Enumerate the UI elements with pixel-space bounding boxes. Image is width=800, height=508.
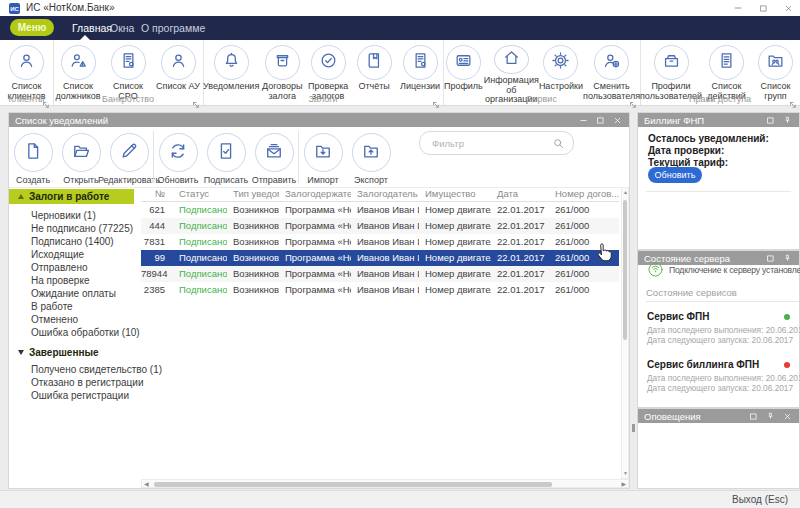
exit-hint-label: Выход (Esc) xyxy=(732,494,788,505)
close-icon[interactable] xyxy=(612,115,623,126)
window-title: ИС «НотКом.Банк» xyxy=(26,2,115,13)
sign-button[interactable]: Подписать xyxy=(202,127,250,185)
folder-people-icon xyxy=(766,51,785,74)
pencil-icon xyxy=(119,141,139,165)
id-card-icon xyxy=(454,51,473,74)
service-billing-name: Сервис биллинга ФПН xyxy=(647,359,759,370)
vertical-scrollbar[interactable]: ▲ ▼ xyxy=(621,187,629,479)
service-last-run: Дата последнего выполнения: 20.06.2017 xyxy=(647,373,800,383)
dialog-launcher-icon[interactable] xyxy=(42,95,50,103)
bell-icon xyxy=(222,51,241,74)
table-row[interactable]: 444 Подписано Возникнов... Программа «Но… xyxy=(141,218,619,234)
scroll-down-icon[interactable]: ▼ xyxy=(623,471,628,476)
filter-input[interactable] xyxy=(430,133,552,153)
send-button[interactable]: Отправить xyxy=(250,127,298,185)
tree-item[interactable]: Отменено xyxy=(31,313,78,326)
scroll-right-icon[interactable]: ▶ xyxy=(621,481,626,487)
import-button[interactable]: Импорт xyxy=(299,127,347,185)
tree-item[interactable]: На проверке xyxy=(31,274,89,287)
tab-okna[interactable]: Окна xyxy=(110,16,134,40)
menu-button[interactable]: Меню xyxy=(10,19,54,36)
table-row[interactable]: 2385 Подписано Возникнов... Программа «Н… xyxy=(141,282,619,298)
table-row[interactable]: 78944 Подписано Возникнов... Программа «… xyxy=(141,266,619,282)
folder-tree: Залоги в работе Черновики (1) Не подписа… xyxy=(9,187,136,488)
dialog-launcher-icon[interactable] xyxy=(192,95,200,103)
divider xyxy=(646,191,791,192)
minimize-icon[interactable] xyxy=(732,3,744,13)
ribbon-group-service: Профиль Информация об организации Настро… xyxy=(443,40,641,105)
scroll-up-icon[interactable]: ▲ xyxy=(623,190,628,195)
notifications-table: № Статус Тип уведом... Залогодержатель З… xyxy=(141,187,619,298)
float-icon[interactable] xyxy=(748,411,759,422)
menu-bar: Меню Главная Окна О программе xyxy=(0,16,800,40)
chevron-down-icon xyxy=(18,350,24,355)
table-row[interactable]: 7831 Подписано Возникнов... Программа «Н… xyxy=(141,234,619,250)
refresh-billing-button[interactable]: Обновить xyxy=(648,167,702,183)
tree-item[interactable]: Отправлено xyxy=(31,261,87,274)
open-folder-icon xyxy=(71,141,91,165)
refresh-button[interactable]: Обновить xyxy=(154,127,202,185)
tree-item[interactable]: Ошибка обработки (10) xyxy=(31,326,140,339)
tree-item[interactable]: Ожидание оплаты xyxy=(31,287,116,300)
billing-remaining-label: Осталось уведомлений: xyxy=(648,133,769,144)
tab-glavnaya[interactable]: Главная xyxy=(72,16,112,40)
document-seal-icon xyxy=(119,51,138,74)
tree-section-completed[interactable]: Завершенные xyxy=(9,345,134,360)
refresh-icon xyxy=(168,141,188,165)
tree-item[interactable]: Ошибка регистрации xyxy=(31,389,129,402)
alerts-panel: Оповещения xyxy=(637,408,800,489)
export-button[interactable]: Экспорт xyxy=(347,127,395,185)
splitter-handle[interactable] xyxy=(632,424,635,432)
close-icon[interactable] xyxy=(782,411,793,422)
float-icon[interactable] xyxy=(765,115,776,126)
tree-section-pledges-in-work[interactable]: Залоги в работе xyxy=(9,189,134,204)
scroll-left-icon[interactable]: ◀ xyxy=(144,481,149,487)
scrollbar-thumb[interactable] xyxy=(154,482,552,487)
person-icon xyxy=(169,51,188,74)
dialog-launcher-icon[interactable] xyxy=(432,95,440,103)
service-next-run: Дата следующего запуска: 20.06.2017 xyxy=(647,383,793,393)
book-icon xyxy=(365,51,384,74)
pin-icon[interactable] xyxy=(782,115,793,126)
pin-icon[interactable] xyxy=(765,411,776,422)
service-fnp-name: Сервис ФПН xyxy=(647,311,709,322)
server-status-panel: Состояние сервера Подключение к серверу … xyxy=(637,250,800,408)
tree-item[interactable]: Черновики (1) xyxy=(31,209,96,222)
maximize-icon[interactable] xyxy=(757,3,769,13)
create-button[interactable]: Создать xyxy=(9,127,57,185)
tree-item[interactable]: Получено свидетельство (1) xyxy=(31,363,162,376)
close-icon[interactable] xyxy=(782,3,794,13)
ribbon-group-label: Сервис xyxy=(443,94,640,104)
dialog-launcher-icon[interactable] xyxy=(789,95,797,103)
scrollbar-thumb[interactable] xyxy=(623,200,627,340)
minimize-icon[interactable] xyxy=(578,115,589,126)
pin-icon[interactable] xyxy=(782,253,793,264)
maximize-icon[interactable] xyxy=(595,115,606,126)
ribbon-group-label: Банкротство xyxy=(53,94,203,104)
tree-item[interactable]: Подписано (1400) xyxy=(31,235,114,248)
ribbon-group-bankruptcy: Список должников Список СРО Список АУ Ба… xyxy=(53,40,204,105)
connection-status-text: Подключение к серверу установлено xyxy=(669,265,800,275)
edit-button[interactable]: Редактировать xyxy=(105,127,153,185)
status-dot-red xyxy=(784,362,790,368)
search-icon[interactable] xyxy=(552,136,565,149)
tree-item[interactable]: Отказано в регистрации xyxy=(31,376,143,389)
box-icon xyxy=(273,51,292,74)
status-bar: Выход (Esc) xyxy=(0,490,800,508)
billing-check-date-label: Дата проверки: xyxy=(648,145,724,156)
horizontal-scrollbar[interactable]: ◀ ▶ xyxy=(141,479,629,488)
services-status-label: Состояние сервисов xyxy=(646,287,799,302)
tree-item[interactable]: В работе xyxy=(31,300,73,313)
float-icon[interactable] xyxy=(765,253,776,264)
ribbon-group-label: Залоги xyxy=(203,94,443,104)
notifications-list-panel: Список уведомлений Создать Открыть Редак… xyxy=(8,112,630,489)
ribbon-group-access-rights: Профили пользователей Список действий Сп… xyxy=(640,40,800,105)
tree-item[interactable]: Не подписано (77225) xyxy=(31,222,133,235)
tree-item[interactable]: Исходящие xyxy=(31,248,84,261)
table-row-selected[interactable]: 99 Подписано Возникнов... Программа «Нот… xyxy=(141,250,619,266)
gear-icon xyxy=(551,51,570,74)
signal-icon xyxy=(647,261,664,278)
table-row[interactable]: 621 Подписано Возникнов... Программа «Но… xyxy=(141,202,619,218)
tab-o-programme[interactable]: О программе xyxy=(141,16,205,40)
dialog-launcher-icon[interactable] xyxy=(629,95,637,103)
